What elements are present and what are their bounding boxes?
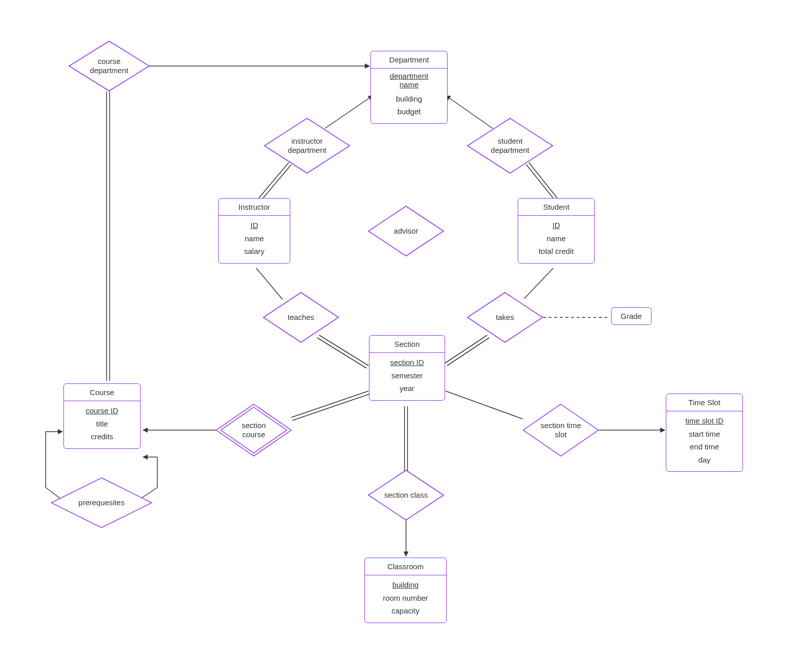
rel-prerequesites: prerequesites xyxy=(51,477,152,528)
entity-attr: end time xyxy=(675,440,733,453)
rel-label: instructor department xyxy=(275,137,340,155)
entity-instructor: Instructor ID name salary xyxy=(218,198,290,264)
assoc-grade-label: Grade xyxy=(621,312,642,320)
svg-line-17 xyxy=(292,394,369,420)
entity-classroom: Classroom building room number capacity xyxy=(364,558,447,623)
rel-label: course department xyxy=(79,57,139,75)
entity-title: Department xyxy=(371,51,447,69)
rel-label: teaches xyxy=(286,313,317,322)
entity-attr: name xyxy=(228,232,281,245)
entity-attr-key: ID xyxy=(228,219,281,232)
entity-title: Time Slot xyxy=(666,394,742,411)
svg-line-19 xyxy=(446,391,523,419)
rel-label: section course xyxy=(229,421,279,439)
entity-attr: title xyxy=(73,417,131,431)
rel-section-course: section course xyxy=(216,404,292,457)
entity-title: Instructor xyxy=(219,199,290,216)
entity-attr: budget xyxy=(380,105,438,118)
entity-attr-key: time slot ID xyxy=(675,414,733,428)
rel-student-department: student department xyxy=(467,118,553,174)
entity-attr-key: section ID xyxy=(379,356,435,369)
entity-attr-key: department name xyxy=(380,72,438,89)
entity-attr: start time xyxy=(675,428,733,441)
rel-instructor-department: instructor department xyxy=(264,118,350,174)
rel-advisor: advisor xyxy=(368,206,444,256)
entity-attr: total credit xyxy=(527,245,585,258)
rel-label: section time slot xyxy=(533,421,588,439)
entity-attr-key: building xyxy=(374,578,437,592)
rel-label: section class xyxy=(382,491,430,500)
rel-teaches: teaches xyxy=(263,292,339,343)
rel-section-time-slot: section time slot xyxy=(523,404,599,457)
entity-attr: building xyxy=(380,92,438,106)
entity-timeslot: Time Slot time slot ID start time end ti… xyxy=(666,394,743,472)
entity-attr: salary xyxy=(228,245,281,258)
rel-label: takes xyxy=(494,313,516,322)
entity-attr: semester xyxy=(379,369,435,382)
entity-title: Course xyxy=(64,384,140,401)
entity-attr: room number xyxy=(374,592,437,605)
entity-attr-key: course ID xyxy=(73,404,131,417)
entity-student: Student ID name total credit xyxy=(518,198,595,264)
rel-label: advisor xyxy=(392,226,420,236)
entity-section: Section section ID semester year xyxy=(369,335,445,401)
entity-title: Classroom xyxy=(365,558,446,575)
assoc-grade: Grade xyxy=(611,307,652,325)
entity-course: Course course ID title credits xyxy=(63,383,141,449)
entity-attr-key: ID xyxy=(527,219,585,232)
entity-attr: year xyxy=(379,382,435,395)
entity-attr: name xyxy=(527,232,585,245)
rel-section-class: section class xyxy=(368,470,444,521)
svg-line-16 xyxy=(291,391,368,417)
entity-title: Section xyxy=(369,336,445,353)
rel-label: student department xyxy=(478,137,543,155)
entity-attr: day xyxy=(675,453,733,467)
entity-department: Department department name building budg… xyxy=(370,51,448,124)
entity-title: Student xyxy=(518,199,594,216)
entity-attr: credits xyxy=(73,430,131,443)
entity-attr: capacity xyxy=(374,604,437,618)
rel-label: prerequesites xyxy=(77,498,127,507)
rel-takes: takes xyxy=(467,292,543,343)
rel-course-department: course department xyxy=(69,41,150,91)
